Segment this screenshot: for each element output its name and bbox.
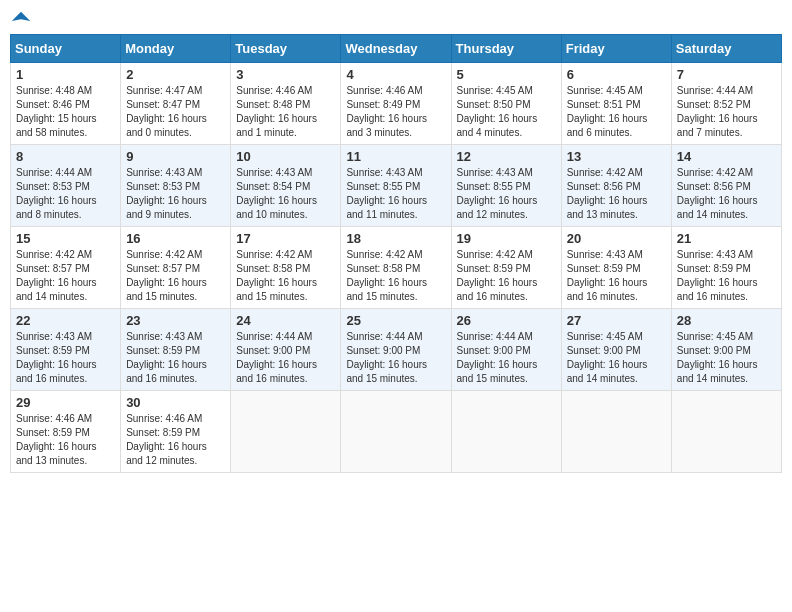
- sunrise-line: Sunrise: 4:43 AM: [457, 166, 556, 180]
- sunset-line: Sunset: 8:50 PM: [457, 98, 556, 112]
- day-cell-26: 26Sunrise: 4:44 AMSunset: 9:00 PMDayligh…: [451, 309, 561, 391]
- day-cell-27: 27Sunrise: 4:45 AMSunset: 9:00 PMDayligh…: [561, 309, 671, 391]
- sunrise-line: Sunrise: 4:46 AM: [126, 412, 225, 426]
- day-number: 2: [126, 67, 225, 82]
- sunset-line: Sunset: 8:59 PM: [16, 344, 115, 358]
- sunset-line: Sunset: 8:55 PM: [346, 180, 445, 194]
- day-cell-29: 29Sunrise: 4:46 AMSunset: 8:59 PMDayligh…: [11, 391, 121, 473]
- day-info: Sunrise: 4:47 AMSunset: 8:47 PMDaylight:…: [126, 84, 225, 140]
- day-number: 5: [457, 67, 556, 82]
- day-number: 27: [567, 313, 666, 328]
- day-number: 8: [16, 149, 115, 164]
- header-monday: Monday: [121, 35, 231, 63]
- daylight-line: Daylight: 16 hours and 15 minutes.: [346, 358, 445, 386]
- day-cell-4: 4Sunrise: 4:46 AMSunset: 8:49 PMDaylight…: [341, 63, 451, 145]
- day-info: Sunrise: 4:42 AMSunset: 8:56 PMDaylight:…: [677, 166, 776, 222]
- daylight-line: Daylight: 16 hours and 14 minutes.: [677, 194, 776, 222]
- sunset-line: Sunset: 8:56 PM: [677, 180, 776, 194]
- day-cell-9: 9Sunrise: 4:43 AMSunset: 8:53 PMDaylight…: [121, 145, 231, 227]
- sunset-line: Sunset: 9:00 PM: [236, 344, 335, 358]
- sunrise-line: Sunrise: 4:44 AM: [677, 84, 776, 98]
- daylight-line: Daylight: 16 hours and 16 minutes.: [126, 358, 225, 386]
- sunrise-line: Sunrise: 4:42 AM: [346, 248, 445, 262]
- daylight-line: Daylight: 16 hours and 13 minutes.: [567, 194, 666, 222]
- day-info: Sunrise: 4:44 AMSunset: 8:53 PMDaylight:…: [16, 166, 115, 222]
- day-info: Sunrise: 4:43 AMSunset: 8:54 PMDaylight:…: [236, 166, 335, 222]
- day-number: 21: [677, 231, 776, 246]
- day-number: 4: [346, 67, 445, 82]
- calendar-week-2: 8Sunrise: 4:44 AMSunset: 8:53 PMDaylight…: [11, 145, 782, 227]
- daylight-line: Daylight: 16 hours and 16 minutes.: [457, 276, 556, 304]
- day-cell-15: 15Sunrise: 4:42 AMSunset: 8:57 PMDayligh…: [11, 227, 121, 309]
- daylight-line: Daylight: 16 hours and 11 minutes.: [346, 194, 445, 222]
- day-number: 11: [346, 149, 445, 164]
- day-info: Sunrise: 4:42 AMSunset: 8:57 PMDaylight:…: [16, 248, 115, 304]
- daylight-line: Daylight: 16 hours and 4 minutes.: [457, 112, 556, 140]
- day-info: Sunrise: 4:46 AMSunset: 8:59 PMDaylight:…: [126, 412, 225, 468]
- sunrise-line: Sunrise: 4:47 AM: [126, 84, 225, 98]
- sunrise-line: Sunrise: 4:42 AM: [567, 166, 666, 180]
- day-cell-20: 20Sunrise: 4:43 AMSunset: 8:59 PMDayligh…: [561, 227, 671, 309]
- svg-marker-0: [12, 12, 30, 21]
- day-info: Sunrise: 4:46 AMSunset: 8:49 PMDaylight:…: [346, 84, 445, 140]
- day-info: Sunrise: 4:44 AMSunset: 9:00 PMDaylight:…: [236, 330, 335, 386]
- sunset-line: Sunset: 8:56 PM: [567, 180, 666, 194]
- sunset-line: Sunset: 8:54 PM: [236, 180, 335, 194]
- day-cell-21: 21Sunrise: 4:43 AMSunset: 8:59 PMDayligh…: [671, 227, 781, 309]
- day-cell-8: 8Sunrise: 4:44 AMSunset: 8:53 PMDaylight…: [11, 145, 121, 227]
- daylight-line: Daylight: 16 hours and 14 minutes.: [567, 358, 666, 386]
- sunset-line: Sunset: 9:00 PM: [346, 344, 445, 358]
- header-saturday: Saturday: [671, 35, 781, 63]
- day-number: 3: [236, 67, 335, 82]
- daylight-line: Daylight: 16 hours and 6 minutes.: [567, 112, 666, 140]
- day-cell-11: 11Sunrise: 4:43 AMSunset: 8:55 PMDayligh…: [341, 145, 451, 227]
- day-cell-7: 7Sunrise: 4:44 AMSunset: 8:52 PMDaylight…: [671, 63, 781, 145]
- sunset-line: Sunset: 8:55 PM: [457, 180, 556, 194]
- day-cell-10: 10Sunrise: 4:43 AMSunset: 8:54 PMDayligh…: [231, 145, 341, 227]
- day-cell-28: 28Sunrise: 4:45 AMSunset: 9:00 PMDayligh…: [671, 309, 781, 391]
- sunset-line: Sunset: 8:46 PM: [16, 98, 115, 112]
- day-number: 24: [236, 313, 335, 328]
- daylight-line: Daylight: 16 hours and 15 minutes.: [236, 276, 335, 304]
- day-cell-16: 16Sunrise: 4:42 AMSunset: 8:57 PMDayligh…: [121, 227, 231, 309]
- day-info: Sunrise: 4:43 AMSunset: 8:59 PMDaylight:…: [677, 248, 776, 304]
- daylight-line: Daylight: 16 hours and 14 minutes.: [677, 358, 776, 386]
- day-number: 16: [126, 231, 225, 246]
- day-cell-1: 1Sunrise: 4:48 AMSunset: 8:46 PMDaylight…: [11, 63, 121, 145]
- sunset-line: Sunset: 8:59 PM: [567, 262, 666, 276]
- sunrise-line: Sunrise: 4:43 AM: [346, 166, 445, 180]
- sunset-line: Sunset: 8:49 PM: [346, 98, 445, 112]
- daylight-line: Daylight: 16 hours and 8 minutes.: [16, 194, 115, 222]
- daylight-line: Daylight: 16 hours and 16 minutes.: [567, 276, 666, 304]
- day-number: 28: [677, 313, 776, 328]
- day-cell-25: 25Sunrise: 4:44 AMSunset: 9:00 PMDayligh…: [341, 309, 451, 391]
- sunset-line: Sunset: 8:48 PM: [236, 98, 335, 112]
- top-area: [10, 10, 782, 26]
- day-number: 9: [126, 149, 225, 164]
- day-number: 22: [16, 313, 115, 328]
- sunrise-line: Sunrise: 4:42 AM: [677, 166, 776, 180]
- day-cell-6: 6Sunrise: 4:45 AMSunset: 8:51 PMDaylight…: [561, 63, 671, 145]
- daylight-line: Daylight: 16 hours and 9 minutes.: [126, 194, 225, 222]
- logo-icon: [10, 10, 32, 32]
- sunset-line: Sunset: 8:59 PM: [126, 344, 225, 358]
- day-info: Sunrise: 4:44 AMSunset: 8:52 PMDaylight:…: [677, 84, 776, 140]
- sunrise-line: Sunrise: 4:46 AM: [236, 84, 335, 98]
- sunrise-line: Sunrise: 4:43 AM: [567, 248, 666, 262]
- empty-cell: [561, 391, 671, 473]
- sunset-line: Sunset: 8:47 PM: [126, 98, 225, 112]
- daylight-line: Daylight: 16 hours and 13 minutes.: [16, 440, 115, 468]
- day-number: 12: [457, 149, 556, 164]
- day-info: Sunrise: 4:45 AMSunset: 8:51 PMDaylight:…: [567, 84, 666, 140]
- day-cell-2: 2Sunrise: 4:47 AMSunset: 8:47 PMDaylight…: [121, 63, 231, 145]
- day-number: 7: [677, 67, 776, 82]
- day-info: Sunrise: 4:45 AMSunset: 8:50 PMDaylight:…: [457, 84, 556, 140]
- sunrise-line: Sunrise: 4:45 AM: [677, 330, 776, 344]
- calendar-week-3: 15Sunrise: 4:42 AMSunset: 8:57 PMDayligh…: [11, 227, 782, 309]
- day-info: Sunrise: 4:42 AMSunset: 8:56 PMDaylight:…: [567, 166, 666, 222]
- sunrise-line: Sunrise: 4:42 AM: [16, 248, 115, 262]
- daylight-line: Daylight: 16 hours and 3 minutes.: [346, 112, 445, 140]
- day-cell-30: 30Sunrise: 4:46 AMSunset: 8:59 PMDayligh…: [121, 391, 231, 473]
- calendar-header: SundayMondayTuesdayWednesdayThursdayFrid…: [11, 35, 782, 63]
- calendar-week-5: 29Sunrise: 4:46 AMSunset: 8:59 PMDayligh…: [11, 391, 782, 473]
